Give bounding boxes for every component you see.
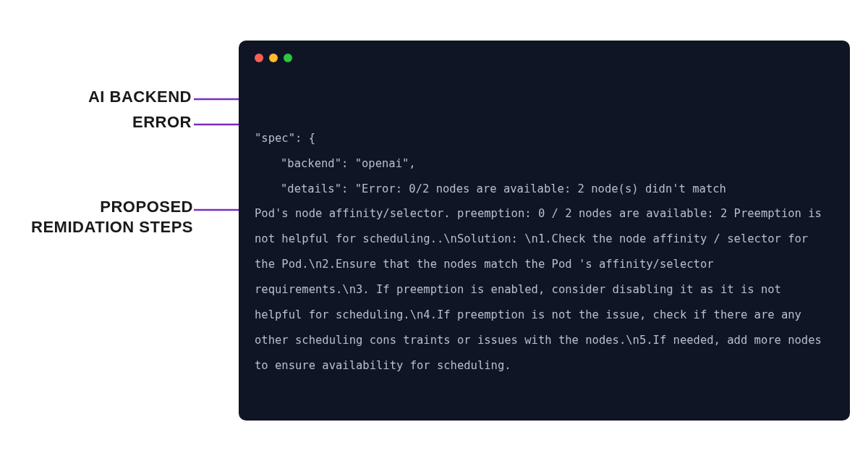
terminal-window: "spec": {"backend": "openai","details": … (239, 41, 850, 421)
error-label: ERROR (61, 112, 192, 132)
maximize-icon[interactable] (284, 54, 292, 62)
remediation-label-line2: REMIDATION STEPS (31, 218, 193, 236)
code-details-body: Pod's node affinity/selector. preemption… (255, 201, 834, 378)
code-backend: "backend": "openai", (255, 151, 834, 177)
ai-backend-label: AI BACKEND (61, 87, 192, 107)
code-spec: "spec": { (255, 126, 834, 151)
remediation-label-line1: PROPOSED (100, 198, 193, 216)
remediation-label: PROPOSED REMIDATION STEPS (9, 197, 193, 237)
minimize-icon[interactable] (269, 54, 278, 62)
close-icon[interactable] (255, 54, 263, 62)
code-details-start: "details": "Error: 0/2 nodes are availab… (255, 177, 834, 202)
window-titlebar (255, 54, 834, 62)
code-block: "spec": {"backend": "openai","details": … (255, 75, 834, 428)
